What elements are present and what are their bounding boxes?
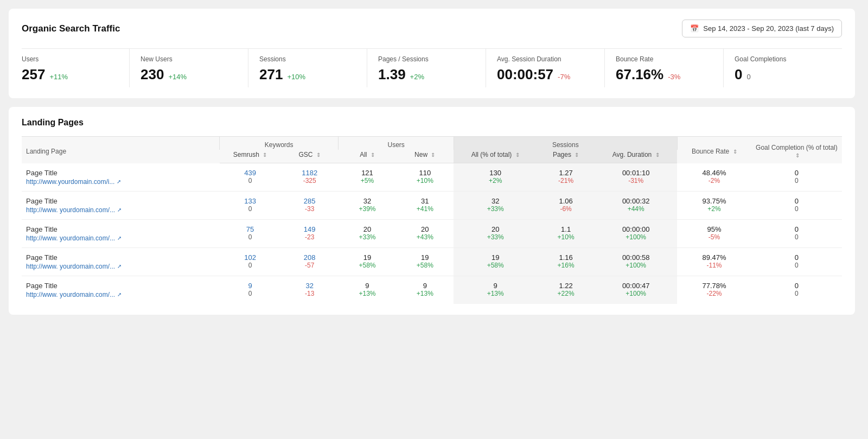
page-title-text: Page Title [26, 197, 216, 205]
col-landing-page: Landing Page [22, 137, 220, 163]
page-wrapper: Organic Search Traffic 📅 Sep 14, 2023 - … [9, 9, 855, 315]
cell-all-sessions: 20 +33% [454, 219, 537, 247]
metric-value-row: 00:00:57 -7% [497, 66, 593, 83]
cell-goal-completion: 0 0 [751, 247, 842, 276]
metric-value-row: 230 +14% [141, 66, 237, 83]
page-url-link[interactable]: http://www. yourdomain.com/... ➚ [26, 291, 216, 298]
calendar-icon: 📅 [690, 24, 699, 33]
table-row: Page Title http://www. yourdomain.com/..… [22, 219, 842, 247]
top-header: Organic Search Traffic 📅 Sep 14, 2023 - … [22, 20, 842, 37]
metric-label: New Users [141, 55, 237, 63]
cell-bounce-rate: 48.46% -2% [677, 163, 751, 192]
cell-new-users: 20 +43% [396, 219, 454, 247]
cell-pages: 1.16 +16% [537, 247, 595, 276]
cell-gsc: 285 -33 [281, 191, 339, 219]
metric-change: +14% [168, 73, 187, 81]
metric-value-row: 0 0 [735, 66, 831, 83]
metric-change: +10% [287, 73, 305, 81]
cell-semrush: 439 0 [220, 163, 281, 192]
metric-item-1: New Users 230 +14% [130, 49, 248, 87]
semrush-sort-icon[interactable]: ⇕ [263, 152, 267, 158]
table-row: Page Title http://www. yourdomain.com/..… [22, 276, 842, 304]
cell-gsc: 32 -13 [281, 276, 339, 304]
cell-goal-completion: 0 0 [751, 219, 842, 247]
all-users-sort-icon[interactable]: ⇕ [371, 152, 375, 158]
cell-gsc: 149 -23 [281, 219, 339, 247]
page-title-text: Page Title [26, 169, 216, 177]
page-title-text: Page Title [26, 253, 216, 262]
metric-change: -7% [558, 73, 570, 81]
group-header-row: Landing Page Keywords Users Sessions Bou… [22, 137, 842, 150]
cell-bounce-rate: 77.78% -22% [677, 276, 751, 304]
metric-item-0: Users 257 +11% [22, 49, 130, 87]
cell-all-users: 121 +5% [339, 163, 396, 192]
col-new-users: New ⇕ [396, 150, 454, 163]
cell-avg-duration: 00:00:32 +44% [595, 191, 677, 219]
metric-label: Pages / Sessions [378, 55, 475, 63]
metric-change: 0 [746, 73, 750, 81]
metric-value: 00:00:57 [497, 66, 553, 83]
cell-new-users: 9 +13% [396, 276, 454, 304]
cell-all-users: 20 +33% [339, 219, 396, 247]
metric-change: -3% [668, 73, 680, 81]
cell-all-sessions: 32 +33% [454, 191, 537, 219]
all-sessions-sort-icon[interactable]: ⇕ [515, 152, 520, 158]
pages-sort-icon[interactable]: ⇕ [575, 152, 579, 158]
metric-change: +11% [49, 73, 68, 81]
cell-pages: 1.06 -6% [537, 191, 595, 219]
cell-semrush: 9 0 [220, 276, 281, 304]
cell-bounce-rate: 93.75% +2% [677, 191, 751, 219]
metric-value: 230 [141, 66, 164, 83]
cell-new-users: 110 +10% [396, 163, 454, 192]
cell-all-users: 9 +13% [339, 276, 396, 304]
metric-item-6: Goal Completions 0 0 [724, 49, 842, 87]
bounce-rate-sort-icon[interactable]: ⇕ [733, 149, 737, 155]
page-url-link[interactable]: http://www.yourdomain.com/i... ➚ [26, 178, 216, 186]
cell-all-sessions: 130 +2% [454, 163, 537, 192]
cell-semrush: 75 0 [220, 219, 281, 247]
page-title: Organic Search Traffic [22, 23, 120, 34]
page-url-link[interactable]: http://www. yourdomain.com/... ➚ [26, 234, 216, 242]
page-url-link[interactable]: http://www. yourdomain.com/... ➚ [26, 206, 216, 214]
metric-value-row: 271 +10% [259, 66, 356, 83]
cell-pages: 1.1 +10% [537, 219, 595, 247]
cell-all-users: 32 +39% [339, 191, 396, 219]
date-range-button[interactable]: 📅 Sep 14, 2023 - Sep 20, 2023 (last 7 da… [682, 20, 842, 37]
cell-gsc: 1182 -325 [281, 163, 339, 192]
col-avg-duration: Avg. Duration ⇕ [595, 150, 677, 163]
cell-bounce-rate: 95% -5% [677, 219, 751, 247]
page-title-text: Page Title [26, 282, 216, 290]
cell-gsc: 208 -57 [281, 247, 339, 276]
new-users-sort-icon[interactable]: ⇕ [431, 152, 435, 158]
cell-landing-page: Page Title http://www. yourdomain.com/..… [22, 276, 220, 304]
cell-semrush: 102 0 [220, 247, 281, 276]
cell-avg-duration: 00:01:10 -31% [595, 163, 677, 192]
external-link-icon: ➚ [117, 291, 122, 297]
cell-landing-page: Page Title http://www.yourdomain.com/i..… [22, 163, 220, 192]
summary-card: Organic Search Traffic 📅 Sep 14, 2023 - … [9, 9, 855, 98]
landing-pages-card: Landing Pages Landing Page Keywords User… [9, 107, 855, 315]
goal-completion-sort-icon[interactable]: ⇕ [795, 152, 800, 158]
gsc-sort-icon[interactable]: ⇕ [316, 152, 321, 158]
cell-all-sessions: 9 +13% [454, 276, 537, 304]
metric-item-3: Pages / Sessions 1.39 +2% [367, 49, 486, 87]
avg-duration-sort-icon[interactable]: ⇕ [655, 152, 660, 158]
landing-pages-title: Landing Pages [22, 118, 842, 128]
col-pages: Pages ⇕ [537, 150, 595, 163]
metric-label: Sessions [259, 55, 356, 63]
cell-avg-duration: 00:00:58 +100% [595, 247, 677, 276]
cell-avg-duration: 00:00:47 +100% [595, 276, 677, 304]
metric-value-row: 257 +11% [22, 66, 118, 83]
table-row: Page Title http://www. yourdomain.com/..… [22, 247, 842, 276]
page-url-link[interactable]: http://www. yourdomain.com/... ➚ [26, 263, 216, 270]
metric-item-5: Bounce Rate 67.16% -3% [605, 49, 724, 87]
metric-label: Users [22, 55, 118, 63]
cell-goal-completion: 0 0 [751, 276, 842, 304]
col-bounce-rate: Bounce Rate ⇕ [677, 137, 751, 163]
cell-landing-page: Page Title http://www. yourdomain.com/..… [22, 191, 220, 219]
date-range-text: Sep 14, 2023 - Sep 20, 2023 (last 7 days… [703, 24, 834, 33]
page-title-text: Page Title [26, 225, 216, 233]
external-link-icon: ➚ [117, 207, 122, 213]
metric-change: +2% [410, 73, 424, 81]
cell-goal-completion: 0 0 [751, 191, 842, 219]
